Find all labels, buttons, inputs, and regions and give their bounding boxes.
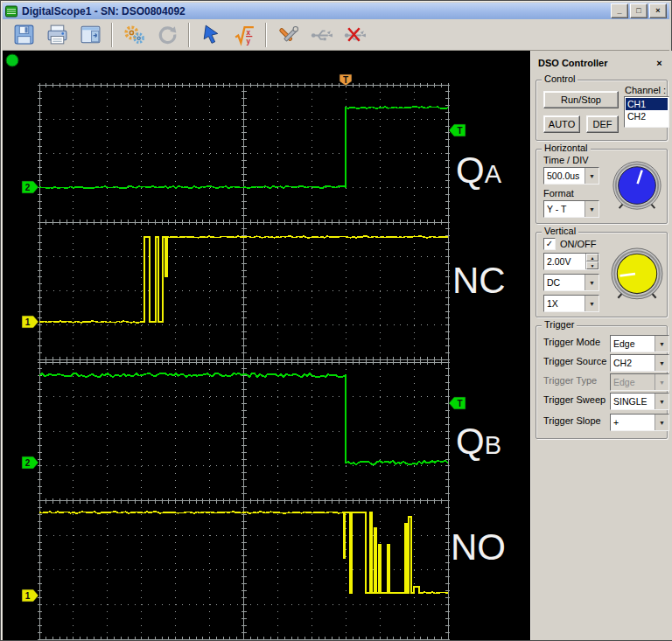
time-div-label: Time / DIV bbox=[543, 155, 589, 165]
horizontal-knob[interactable] bbox=[610, 160, 664, 214]
trigger-level-marker[interactable]: T bbox=[449, 124, 466, 136]
trigger-mode-label: Trigger Mode bbox=[543, 337, 600, 347]
minimize-button[interactable]: _ bbox=[611, 3, 628, 18]
trigger-group: Trigger Trigger Mode Edge ▼ Trigger Sour… bbox=[536, 325, 668, 439]
trigger-sweep-label: Trigger Sweep bbox=[543, 394, 606, 405]
svg-text:T: T bbox=[457, 399, 462, 408]
graticule-0 bbox=[38, 83, 450, 361]
save-icon bbox=[12, 23, 36, 46]
trigger-level-marker[interactable]: T bbox=[449, 397, 466, 409]
svg-text:2: 2 bbox=[25, 183, 31, 192]
panel-close-button[interactable]: × bbox=[652, 57, 667, 69]
scope-label-nc: NC bbox=[452, 260, 506, 301]
panel-title: DSO Controller bbox=[538, 58, 607, 68]
measure-icon bbox=[233, 23, 256, 46]
scope-label-qa: QA bbox=[456, 150, 502, 191]
toolbar bbox=[3, 19, 669, 51]
close-button[interactable]: × bbox=[649, 3, 667, 18]
cursor-button[interactable] bbox=[195, 21, 227, 48]
chevron-down-icon[interactable]: ▼ bbox=[584, 296, 598, 311]
usb-connect-icon bbox=[310, 23, 333, 46]
usb-connect-button[interactable] bbox=[305, 21, 337, 48]
dso-controller-panel: DSO Controller × Control Run/Stop Channe… bbox=[530, 51, 672, 640]
vertical-group-label: Vertical bbox=[542, 226, 578, 236]
format-label: Format bbox=[543, 188, 574, 199]
onoff-checkbox[interactable]: ✓ bbox=[543, 238, 556, 250]
chevron-down-icon[interactable]: ▼ bbox=[654, 355, 668, 371]
svg-text:T: T bbox=[343, 75, 348, 85]
trigger-type-label: Trigger Type bbox=[543, 375, 597, 386]
time-div-select[interactable]: 500.0us ▼ bbox=[543, 167, 599, 185]
channel-1-marker[interactable]: 1 bbox=[22, 316, 38, 328]
trigger-source-select[interactable]: CH2 ▼ bbox=[610, 354, 669, 372]
scope-canvas: 21TT21TQANCQBNO bbox=[3, 51, 530, 640]
app-window: DigitalScope1 - SN: DSO0804092 _ □ × bbox=[0, 0, 672, 641]
graticule-1 bbox=[38, 360, 450, 640]
panel-header[interactable]: DSO Controller × bbox=[531, 51, 672, 72]
trigger-sweep-select[interactable]: SINGLE ▼ bbox=[610, 393, 669, 410]
toolbar-separator bbox=[265, 23, 267, 47]
layout-icon bbox=[79, 23, 102, 46]
trigger-position-marker[interactable]: T bbox=[340, 74, 352, 86]
chevron-down-icon[interactable]: ▼ bbox=[654, 394, 668, 409]
usb-disconnect-icon bbox=[343, 23, 367, 46]
chevron-down-icon[interactable]: ▼ bbox=[584, 168, 598, 184]
horizontal-group: Horizontal Time / DIV 500.0us ▼ Format Y… bbox=[536, 149, 668, 224]
settings-icon bbox=[122, 23, 146, 46]
refresh-button[interactable] bbox=[151, 21, 183, 48]
horizontal-group-label: Horizontal bbox=[542, 143, 591, 153]
print-icon bbox=[46, 23, 69, 46]
run-stop-button[interactable]: Run/Stop bbox=[543, 91, 619, 108]
coupling-select[interactable]: DC ▼ bbox=[543, 274, 599, 291]
channel-1-marker[interactable]: 1 bbox=[22, 589, 38, 602]
trigger-group-label: Trigger bbox=[542, 319, 577, 330]
scope-label-no: NO bbox=[451, 526, 506, 568]
usb-disconnect-button[interactable] bbox=[339, 21, 370, 48]
probe-select[interactable]: 1X ▼ bbox=[543, 295, 599, 312]
chevron-down-icon: ▼ bbox=[654, 374, 668, 390]
auto-button[interactable]: AUTO bbox=[543, 115, 580, 133]
cursor-icon bbox=[200, 23, 223, 46]
channel-item-ch2[interactable]: CH2 bbox=[626, 110, 668, 122]
measure-button[interactable] bbox=[228, 21, 260, 48]
channel-list[interactable]: CH1CH2 bbox=[624, 96, 669, 128]
onoff-label: ON/OFF bbox=[560, 239, 597, 249]
refresh-icon bbox=[156, 23, 179, 46]
trigger-mode-select[interactable]: Edge ▼ bbox=[610, 335, 669, 352]
spin-up-icon[interactable]: ▲ bbox=[586, 254, 598, 261]
toolbar-separator bbox=[188, 23, 190, 47]
svg-text:T: T bbox=[457, 126, 462, 136]
maximize-button[interactable]: □ bbox=[630, 3, 648, 18]
trigger-slope-select[interactable]: + ▼ bbox=[610, 414, 669, 431]
control-group-label: Control bbox=[542, 73, 578, 84]
scope-display: 21TT21TQANCQBNO bbox=[3, 51, 530, 640]
minimize-icon: _ bbox=[617, 7, 621, 15]
chevron-down-icon[interactable]: ▼ bbox=[654, 415, 668, 430]
channel-item-ch1[interactable]: CH1 bbox=[626, 98, 668, 110]
tools-button[interactable] bbox=[272, 21, 304, 48]
chevron-down-icon[interactable]: ▼ bbox=[584, 201, 598, 217]
save-button[interactable] bbox=[8, 21, 39, 48]
channel-label: Channel : bbox=[625, 85, 666, 95]
def-button[interactable]: DEF bbox=[586, 115, 619, 133]
title-bar[interactable]: DigitalScope1 - SN: DSO0804092 _ □ × bbox=[3, 3, 669, 20]
svg-text:1: 1 bbox=[25, 591, 31, 601]
spin-down-icon[interactable]: ▼ bbox=[586, 261, 598, 269]
trigger-source-label: Trigger Source bbox=[543, 356, 606, 366]
control-group: Control Run/Stop Channel : CH1CH2 AUTO D… bbox=[536, 80, 668, 141]
window-title: DigitalScope1 - SN: DSO0804092 bbox=[22, 5, 609, 17]
channel-2-marker[interactable]: 2 bbox=[22, 181, 38, 193]
channel-2-marker[interactable]: 2 bbox=[22, 456, 38, 469]
format-select[interactable]: Y - T ▼ bbox=[543, 200, 599, 218]
layout-button[interactable] bbox=[74, 21, 106, 48]
settings-button[interactable] bbox=[118, 21, 150, 48]
toolbar-separator bbox=[111, 23, 113, 47]
trigger-type-select: Edge ▼ bbox=[610, 373, 669, 391]
volt-stepper[interactable]: 2.00V ▲ ▼ bbox=[543, 253, 599, 270]
vertical-knob[interactable] bbox=[608, 247, 666, 304]
chevron-down-icon[interactable]: ▼ bbox=[584, 275, 598, 290]
scope-label-qb: QB bbox=[456, 421, 501, 462]
maximize-icon: □ bbox=[636, 7, 640, 15]
chevron-down-icon[interactable]: ▼ bbox=[654, 336, 668, 352]
print-button[interactable] bbox=[41, 21, 73, 48]
